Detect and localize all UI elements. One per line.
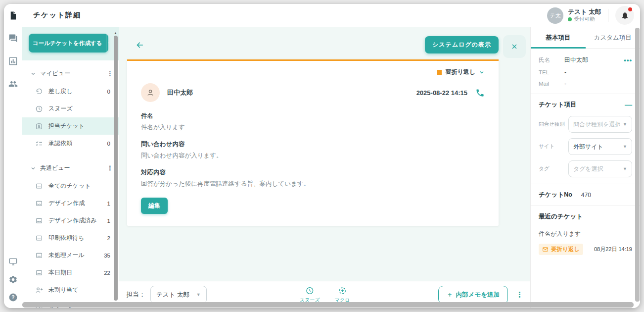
footer-right: ＋ 内部メモを追加 ⋮	[438, 286, 523, 304]
ticket-document-icon[interactable]	[8, 11, 18, 20]
tab-basic-items[interactable]: 基本項目	[531, 27, 586, 48]
sidebar-item-sashimodoshi[interactable]: 差し戻し 0	[22, 83, 119, 100]
inquiry-value: 問い合わせ内容が入ります。	[141, 152, 485, 160]
create-ticket-dropdown[interactable]	[106, 34, 108, 52]
sidebar-item-unassigned[interactable]: 未割り当て	[22, 281, 119, 299]
ticket-status-label: 要折り返し	[445, 68, 475, 76]
assignee-value: テスト 太郎	[156, 291, 189, 299]
ticket-items-title: チケット項目	[539, 101, 576, 109]
phone-icon[interactable]	[475, 88, 485, 98]
macro-icon	[338, 286, 347, 295]
inquiry-type-label: 問合せ種別	[539, 121, 568, 128]
divider	[531, 94, 640, 94]
checklist-icon	[35, 140, 43, 148]
system-log-button[interactable]: システムログの表示	[425, 36, 499, 53]
tab-custom-items[interactable]: カスタム項目	[586, 27, 641, 48]
ticket-status-dropdown[interactable]: 要折り返し	[141, 66, 485, 80]
add-internal-memo-button[interactable]: ＋ 内部メモを追加	[438, 286, 508, 304]
kebab-menu-icon[interactable]: ⋮	[107, 165, 113, 171]
tag-row: タグ タグを選択 ▼	[539, 160, 632, 177]
item-count: 22	[104, 270, 110, 276]
tag-placeholder: タグを選択	[573, 165, 620, 173]
snooze-button[interactable]: スヌーズ	[300, 286, 320, 304]
inquiry-type-placeholder: 問合せ種別を選択して…	[573, 120, 620, 129]
customer-row: 田中太郎 2025-08-22 14:15	[141, 83, 485, 102]
recent-ticket-subject[interactable]: 件名が入ります	[539, 230, 632, 238]
mail-row: Mail -	[539, 80, 632, 87]
help-icon[interactable]: ?	[8, 293, 18, 302]
response-value: 回答が分かった後に再度電話連絡する旨、案内しています。	[141, 180, 485, 188]
more-menu-icon[interactable]: •••	[624, 56, 632, 64]
back-arrow-button[interactable]	[135, 40, 145, 50]
view-monitor-icon	[35, 252, 43, 260]
footer-kebab-menu[interactable]: ⋮	[516, 290, 523, 299]
sidebar-item-all-tickets[interactable]: 全てのチケット	[22, 177, 119, 195]
return-arrow-icon	[35, 88, 43, 96]
views-list: マイビュー ⋮ 差し戻し 0 スヌーズ 担	[22, 60, 119, 308]
site-select[interactable]: 外部サイト ▼	[568, 138, 632, 155]
group-shared-views[interactable]: 共通ビュー ⋮	[22, 159, 119, 177]
clock-icon	[305, 286, 314, 295]
footer-action-icons: スヌーズ マクロ	[300, 286, 350, 304]
collapse-minus-icon[interactable]: —	[625, 101, 632, 108]
sidebar-item-label: 全てのチケット	[48, 182, 91, 190]
name-label: 氏名	[539, 56, 564, 64]
macro-button[interactable]: マクロ	[335, 286, 350, 304]
top-header: チケット詳細 テ太 テスト 太郎 受付可能	[22, 4, 640, 27]
tel-row: TEL -	[539, 69, 632, 76]
report-chart-icon[interactable]	[8, 56, 18, 66]
assignee-label: 担当：	[126, 290, 145, 299]
notification-bell-button[interactable]	[615, 6, 634, 25]
sidebar-item-print-waiting[interactable]: 印刷依頼待ち 2	[22, 229, 119, 247]
user-status[interactable]: 受付可能	[568, 16, 601, 22]
response-field: 対応内容 回答が分かった後に再度電話連絡する旨、案内しています。	[141, 168, 485, 188]
recent-ticket-row: 要折り返し 08月22日 14:19	[539, 244, 632, 255]
view-monitor-icon	[35, 182, 43, 190]
sidebar-item-assigned-tickets[interactable]: 担当チケット	[22, 117, 119, 135]
sidebar-item-unprocessed-mail[interactable]: 未処理メール 35	[22, 247, 119, 264]
scrollbar-thumb[interactable]	[114, 36, 118, 301]
mail-icon	[542, 246, 549, 253]
user-avatar[interactable]: テ太	[547, 7, 563, 24]
sidebar-item-snooze[interactable]: スヌーズ	[22, 100, 119, 117]
ticket-items-section-head: チケット項目 —	[539, 101, 632, 109]
chevron-down-icon	[30, 165, 36, 171]
settings-gear-icon[interactable]	[8, 275, 18, 284]
close-ticket-button[interactable]	[503, 35, 526, 58]
properties-tabs: 基本項目 カスタム項目	[531, 27, 640, 49]
sidebar-item-due-today[interactable]: 本日期日 22	[22, 264, 119, 281]
caret-down-icon: ▼	[623, 166, 627, 171]
inquiry-type-select[interactable]: 問合せ種別を選択して… ▼	[568, 116, 632, 133]
members-icon[interactable]	[8, 79, 18, 89]
assignee-select[interactable]: テスト 太郎 ▼	[150, 286, 207, 304]
svg-text:?: ?	[11, 295, 14, 300]
content-row: コールチケットを作成する マイビュー ⋮ 差し戻し	[22, 27, 640, 308]
chat-icon[interactable]	[8, 34, 18, 43]
edit-button[interactable]: 編集	[141, 198, 168, 214]
item-count: 1	[107, 201, 110, 207]
name-row: 氏名 田中太郎 •••	[539, 56, 632, 64]
name-value: 田中太郎	[564, 56, 588, 64]
sidebar-scrollbar[interactable]: ▲ ▼	[113, 31, 118, 305]
page-title: チケット詳細	[33, 11, 81, 20]
page-vertical-scrollbar[interactable]	[635, 28, 640, 302]
sidebar-item-design-create[interactable]: デザイン作成 1	[22, 195, 119, 212]
sidebar-item-approval-requests[interactable]: 承認依頼 0	[22, 135, 119, 152]
tag-select[interactable]: タグを選択 ▼	[568, 160, 632, 177]
inquiry-label: 問い合わせ内容	[141, 140, 485, 149]
recent-ticket-date: 08月22日 14:19	[594, 246, 632, 253]
sidebar-item-design-done[interactable]: デザイン作成済み 1	[22, 212, 119, 229]
item-count: 35	[104, 253, 110, 259]
create-call-ticket-button[interactable]: コールチケットを作成する	[29, 34, 108, 52]
app-main-column: チケット詳細 テ太 テスト 太郎 受付可能	[22, 4, 640, 308]
close-icon	[510, 43, 518, 51]
recent-status-badge[interactable]: 要折り返し	[539, 244, 583, 255]
user-name: テスト 太郎	[568, 8, 601, 16]
page-horizontal-scrollbar[interactable]	[22, 302, 634, 308]
group-my-views[interactable]: マイビュー ⋮	[22, 64, 119, 83]
scroll-up-arrow[interactable]: ▲	[114, 31, 117, 35]
monitor-icon[interactable]	[8, 257, 18, 266]
kebab-menu-icon[interactable]: ⋮	[107, 70, 113, 77]
person-plus-icon	[35, 286, 43, 294]
response-label: 対応内容	[141, 168, 485, 177]
